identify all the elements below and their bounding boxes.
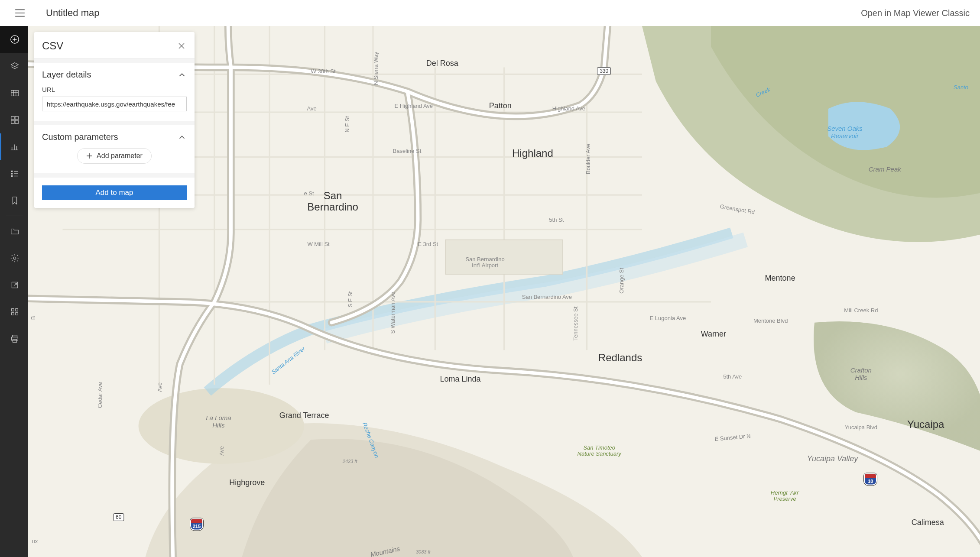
plus-icon bbox=[86, 153, 92, 159]
svg-rect-50 bbox=[445, 240, 563, 275]
rail-basemap-button[interactable] bbox=[0, 107, 28, 133]
chart-icon bbox=[10, 142, 19, 152]
svg-rect-13 bbox=[11, 120, 14, 123]
svg-rect-11 bbox=[11, 117, 14, 120]
hamburger-icon bbox=[14, 7, 26, 19]
url-label: URL bbox=[42, 86, 187, 93]
svg-rect-12 bbox=[15, 117, 18, 120]
map-canvas[interactable]: SanBernardinoHighlandRedlandsYucaipaDel … bbox=[28, 26, 980, 557]
rail-print-button[interactable] bbox=[0, 325, 28, 352]
panel-title: CSV bbox=[42, 40, 63, 52]
add-layer-panel: CSV Layer details URL Custom parameters … bbox=[34, 32, 195, 208]
svg-rect-7 bbox=[11, 91, 19, 96]
svg-point-19 bbox=[11, 171, 13, 172]
top-header: Untitled map Open in Map Viewer Classic bbox=[0, 0, 980, 26]
rail-save-button[interactable] bbox=[0, 218, 28, 245]
section-title-custom-params: Custom parameters bbox=[42, 132, 118, 142]
svg-marker-6 bbox=[11, 63, 19, 67]
table-icon bbox=[10, 88, 19, 98]
plus-circle-icon bbox=[10, 35, 19, 44]
rail-add-button[interactable] bbox=[0, 26, 28, 53]
svg-point-21 bbox=[11, 173, 13, 175]
layers-icon bbox=[10, 62, 19, 71]
rail-share-button[interactable] bbox=[0, 272, 28, 298]
svg-point-35 bbox=[139, 388, 304, 464]
close-icon bbox=[178, 42, 185, 49]
folder-icon bbox=[10, 227, 19, 236]
panel-footer: Add to map bbox=[34, 173, 195, 208]
section-title-layer-details: Layer details bbox=[42, 70, 91, 80]
rail-layers-button[interactable] bbox=[0, 53, 28, 80]
add-to-map-button[interactable]: Add to map bbox=[42, 185, 187, 200]
svg-point-25 bbox=[13, 257, 16, 259]
rail-tables-button[interactable] bbox=[0, 80, 28, 107]
rail-charts-button[interactable] bbox=[0, 133, 28, 160]
bookmark-icon bbox=[10, 196, 19, 205]
rail-apps-button[interactable] bbox=[0, 298, 28, 325]
add-parameter-button[interactable]: Add parameter bbox=[77, 148, 152, 164]
chevron-up-icon[interactable] bbox=[177, 70, 187, 80]
share-icon bbox=[10, 281, 19, 289]
print-icon bbox=[10, 334, 19, 343]
open-classic-link[interactable]: Open in Map Viewer Classic bbox=[861, 8, 970, 18]
rail-properties-button[interactable] bbox=[0, 245, 28, 272]
add-parameter-label: Add parameter bbox=[97, 152, 143, 160]
basemap-icon bbox=[10, 115, 19, 125]
panel-header: CSV bbox=[34, 32, 195, 58]
map-title[interactable]: Untitled map bbox=[46, 7, 100, 19]
svg-rect-31 bbox=[13, 335, 17, 337]
svg-point-23 bbox=[11, 175, 13, 177]
section-layer-details: Layer details URL bbox=[34, 58, 195, 121]
svg-rect-33 bbox=[13, 340, 16, 342]
svg-rect-28 bbox=[16, 309, 18, 311]
section-custom-parameters: Custom parameters Add parameter bbox=[34, 121, 195, 173]
svg-rect-27 bbox=[12, 309, 14, 311]
apps-icon bbox=[10, 307, 19, 317]
rail-divider bbox=[6, 216, 23, 216]
chevron-up-icon[interactable] bbox=[177, 133, 187, 142]
rail-legend-button[interactable] bbox=[0, 160, 28, 187]
close-button[interactable] bbox=[176, 41, 187, 51]
svg-rect-29 bbox=[12, 313, 14, 315]
menu-button[interactable] bbox=[11, 4, 29, 22]
url-input[interactable] bbox=[42, 97, 187, 111]
svg-rect-14 bbox=[15, 120, 18, 123]
left-toolbar bbox=[0, 26, 28, 557]
svg-rect-30 bbox=[16, 313, 18, 315]
gear-icon bbox=[10, 253, 19, 263]
legend-icon bbox=[10, 169, 19, 178]
rail-bookmarks-button[interactable] bbox=[0, 187, 28, 214]
